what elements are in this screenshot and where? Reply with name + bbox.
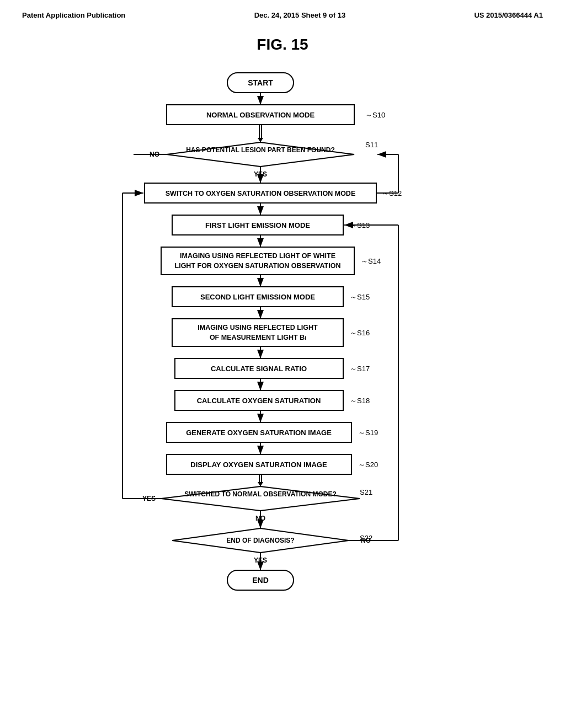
header-left: Patent Application Publication: [22, 11, 125, 19]
svg-rect-18: [161, 247, 354, 275]
s20-label: DISPLAY OXYGEN SATURATION IMAGE: [190, 461, 327, 469]
figure-title: FIG. 15: [22, 36, 543, 53]
page: Patent Application Publication Dec. 24, …: [0, 0, 565, 728]
s21-ref: S21: [360, 488, 372, 496]
s17-label: CALCULATE SIGNAL RATIO: [211, 365, 307, 373]
s10-label: NORMAL OBSERVATION MODE: [206, 111, 315, 119]
svg-marker-6: [258, 138, 263, 142]
s19-label: GENERATE OXYGEN SATURATION IMAGE: [186, 429, 332, 437]
header-middle: Dec. 24, 2015 Sheet 9 of 13: [254, 11, 345, 19]
s11-ref: S11: [365, 141, 378, 149]
s16-label-2: OF MEASUREMENT LIGHT Bₗ: [210, 334, 306, 341]
s15-ref: ～S15: [350, 293, 370, 301]
svg-marker-33: [258, 482, 263, 486]
flowchart-container: START NORMAL OBSERVATION MODE ～S10 S11 H…: [22, 67, 543, 663]
s20-ref: ～S20: [358, 461, 378, 469]
s14-label-1: IMAGING USING REFLECTED LIGHT OF WHITE: [180, 252, 335, 260]
s13-label: FIRST LIGHT EMISSION MODE: [205, 221, 310, 229]
s14-label-2: LIGHT FOR OXYGEN SATURATION OBSERVATION: [175, 262, 341, 270]
svg-rect-22: [172, 319, 343, 346]
header-right: US 2015/0366444 A1: [474, 11, 543, 19]
s16-label-1: IMAGING USING REFLECTED LIGHT: [198, 324, 318, 331]
s18-ref: ～S18: [350, 397, 370, 405]
header: Patent Application Publication Dec. 24, …: [22, 11, 543, 19]
start-label: START: [248, 78, 273, 87]
s18-label: CALCULATE OXYGEN SATURATION: [197, 397, 321, 405]
s17-ref: ～S17: [350, 365, 370, 373]
flowchart-svg: START NORMAL OBSERVATION MODE ～S10 S11 H…: [89, 67, 476, 663]
s14-ref: ～S14: [361, 257, 381, 265]
s11-label: HAS POTENTIAL LESION PART BEEN FOUND?: [186, 146, 335, 154]
s21-label: SWITCHED TO NORMAL OBSERVATION MODE?: [184, 490, 337, 498]
s16-ref: ～S16: [350, 329, 370, 337]
s10-ref: ～S10: [365, 111, 385, 119]
s12-label: SWITCH TO OXYGEN SATURATION OBSERVATION …: [166, 190, 355, 197]
s22-label: END OF DIAGNOSIS?: [226, 537, 294, 544]
end-label: END: [252, 576, 269, 585]
s19-ref: ～S19: [358, 429, 378, 437]
s15-label: SECOND LIGHT EMISSION MODE: [200, 293, 315, 301]
